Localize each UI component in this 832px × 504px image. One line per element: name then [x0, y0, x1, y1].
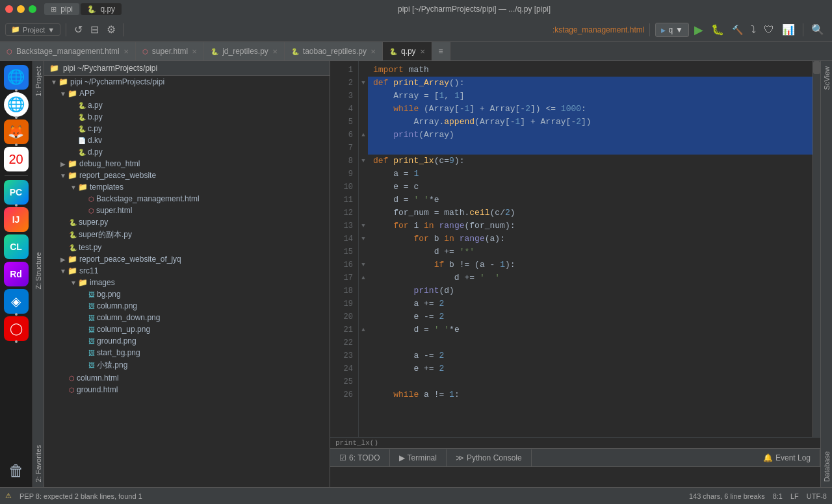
run-button[interactable]: ▶ [692, 21, 706, 38]
label-database[interactable]: Database [822, 446, 832, 487]
tree-item-debug[interactable]: ▶ 📁 debug_hero_html [44, 158, 330, 170]
build-button[interactable]: 🔨 [729, 23, 746, 36]
tree-item-columndown[interactable]: 🖼 column_down.png [44, 312, 330, 323]
profile-button[interactable]: 📊 [779, 22, 798, 37]
status-bar: ⚠ PEP 8: expected 2 blank lines, found 1… [0, 487, 832, 504]
tree-item-super-copy[interactable]: 🐍 super的副本.py [44, 228, 330, 242]
tree-item-images[interactable]: ▼ 📁 images [44, 277, 330, 288]
fold-2[interactable]: ▼ [359, 77, 368, 90]
dock-intellij[interactable]: IJ [4, 207, 29, 232]
fold-8[interactable]: ▼ [359, 155, 368, 168]
maximize-button[interactable] [29, 5, 36, 13]
label-project[interactable]: 1: Project [33, 61, 44, 101]
coverage-button[interactable]: 🛡 [761, 23, 777, 37]
dock-vscode[interactable]: ◈ [4, 289, 29, 314]
tree-item-super-html[interactable]: ⬡ super.html [44, 205, 330, 216]
fold-arrow-13: ▼ [361, 223, 365, 229]
tree-item-dkv[interactable]: 📄 d.kv [44, 134, 330, 146]
tree-item-pipi-root[interactable]: ▼ 📁 pipi ~/PycharmProjects/pipi [44, 76, 330, 88]
tab-taobao-reptiles[interactable]: 🐍 taobao_reptiles.py ✕ [285, 42, 383, 60]
tree-item-report-peace[interactable]: ▼ 📁 report_peace_website [44, 170, 330, 181]
code-editor[interactable]: 1 2 3 4 5 6 7 8 9 10 11 12 13 14 15 16 1… [330, 61, 820, 437]
tree-item-groundpng[interactable]: 🖼 ground.png [44, 335, 330, 347]
tab-jd-reptiles[interactable]: 🐍 jd_reptiles.py ✕ [204, 42, 285, 60]
tab-python-console[interactable]: ≫ Python Console [447, 449, 532, 466]
dock-clion[interactable]: CL [4, 234, 29, 259]
settings-button[interactable]: ⚙ [104, 22, 118, 37]
fold-16[interactable]: ▼ [359, 258, 368, 271]
tab-todo[interactable]: ☑ 6: TODO [330, 449, 390, 466]
refresh-button[interactable]: ↺ [72, 22, 85, 37]
code-content[interactable]: import math def print_Array(): Array = [… [368, 61, 812, 437]
tree-item-src11[interactable]: ▼ 📁 src11 [44, 265, 330, 277]
folder-icon-header: 📁 [49, 64, 59, 73]
tree-item-testpy[interactable]: 🐍 test.py [44, 242, 330, 253]
tree-item-cpy[interactable]: 🐍 c.py [44, 123, 330, 134]
tree-item-backstage[interactable]: ⬡ Backstage_management.html [44, 193, 330, 205]
tree-item-columnup[interactable]: 🖼 column_up.png [44, 323, 330, 335]
collapse-button[interactable]: ⊟ [88, 22, 101, 37]
scrollbar-thumb[interactable] [813, 61, 820, 74]
debug-button[interactable]: 🐛 [708, 22, 727, 37]
run-config-selector[interactable]: ▸ q ▼ [655, 23, 689, 37]
fold-7 [359, 142, 368, 155]
dock-unknown[interactable]: ◯ [4, 316, 29, 341]
event-log-button[interactable]: 🔔 Event Log [754, 449, 820, 466]
close-tab-jd[interactable]: ✕ [272, 48, 278, 55]
tab-terminal[interactable]: ▶ Terminal [390, 449, 447, 466]
dock-pycharm[interactable]: PC [4, 180, 29, 205]
fold-21[interactable]: ▲ [359, 323, 368, 336]
tree-item-xiaoyuan[interactable]: 🖼 小猿.png [44, 359, 330, 372]
vertical-scrollbar[interactable] [812, 61, 820, 437]
label-favorites[interactable]: 2: Favorites [33, 440, 44, 487]
line-num-22: 22 [335, 336, 353, 349]
tree-item-bgpng[interactable]: 🖼 bg.png [44, 288, 330, 300]
breadcrumb-content: print_lx() [335, 439, 378, 447]
tree-item-superpy[interactable]: 🐍 super.py [44, 216, 330, 228]
close-tab-qpy[interactable]: ✕ [420, 48, 425, 55]
code-line-21: d = ' '*e [368, 323, 812, 336]
tree-item-groundhtml[interactable]: ⬡ ground.html [44, 384, 330, 396]
tab-overflow[interactable]: ≡ [432, 42, 450, 60]
fold-13[interactable]: ▼ [359, 220, 368, 233]
fold-arrow-21: ▲ [361, 327, 365, 333]
step-over-button[interactable]: ⤵ [748, 23, 759, 37]
dock-trash[interactable]: 🗑 [4, 459, 29, 483]
label-scview[interactable]: ScView [822, 61, 832, 95]
tab-q-py[interactable]: 🐍 q.py ✕ [383, 42, 432, 60]
tree-item-dpy[interactable]: 🐍 d.py [44, 146, 330, 158]
tree-item-apy[interactable]: 🐍 a.py [44, 99, 330, 111]
dock-rider[interactable]: Rd [4, 262, 29, 286]
tree-item-columnhtml[interactable]: ⬡ column.html [44, 372, 330, 384]
tree-item-bpy[interactable]: 🐍 b.py [44, 111, 330, 123]
fold-14[interactable]: ▼ [359, 233, 368, 246]
close-tab-backstage[interactable]: ✕ [124, 48, 129, 55]
dock-calendar[interactable]: 20 [4, 147, 29, 171]
fold-17[interactable]: ▲ [359, 271, 368, 284]
fold-1 [359, 64, 368, 77]
dock-firefox[interactable]: 🦊 [4, 120, 29, 144]
dock-finder[interactable]: 🌐 [4, 65, 29, 90]
bottom-panel: ☑ 6: TODO ▶ Terminal ≫ Python Console 🔔 … [330, 448, 820, 487]
expand-arrow-debug: ▶ [58, 160, 68, 168]
dock-chrome[interactable]: 🌐 [4, 92, 29, 117]
project-nav-button[interactable]: 📁 Project ▼ [5, 23, 60, 36]
tree-item-report-jyq[interactable]: ▶ 📁 report_peace_website_of_jyq [44, 253, 330, 265]
breadcrumb-bar: print_lx() [330, 437, 820, 448]
close-button[interactable] [5, 5, 13, 13]
tree-item-columnpng[interactable]: 🖼 column.png [44, 300, 330, 312]
code-line-3: Array = [1, 1] [368, 90, 812, 103]
tree-item-startbg[interactable]: 🖼 start_bg.png [44, 347, 330, 359]
search-everywhere-button[interactable]: 🔍 [809, 22, 827, 37]
tree-item-app[interactable]: ▼ 📁 APP [44, 88, 330, 99]
tab-super-html[interactable]: ⬡ super.html ✕ [136, 42, 204, 60]
label-structure[interactable]: Z: Structure [33, 247, 44, 294]
tree-item-templates[interactable]: ▼ 📁 templates [44, 181, 330, 193]
tab-backstage-management[interactable]: ⬡ Backstage_management.html ✕ [0, 42, 136, 60]
window-tab-pipi[interactable]: ⊞ pipi [44, 3, 79, 15]
close-tab-taobao[interactable]: ✕ [370, 48, 376, 55]
close-tab-super-html[interactable]: ✕ [192, 48, 197, 55]
ident-math: math [409, 64, 429, 77]
minimize-button[interactable] [17, 5, 25, 13]
window-tab-qpy[interactable]: 🐍 q.py [81, 3, 122, 15]
